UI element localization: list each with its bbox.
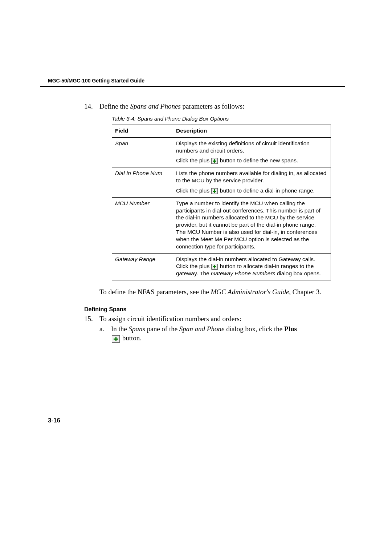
- substep-text: In the Spans pane of the Span and Phone …: [111, 324, 297, 343]
- desc-cell: Type a number to identify the MCU when c…: [173, 197, 331, 253]
- header-rule: [40, 86, 345, 87]
- col-description: Description: [173, 125, 331, 138]
- page-number: 3-16: [48, 417, 60, 424]
- desc-cell: Lists the phone numbers available for di…: [173, 167, 331, 197]
- desc-text: Type a number to identify the MCU when c…: [176, 200, 328, 228]
- post-table-text: To define the NFAS parameters, see the M…: [99, 288, 345, 297]
- subheading-defining-spans: Defining Spans: [84, 306, 345, 313]
- table-row: Gateway Range Displays the dial-in numbe…: [112, 253, 331, 280]
- step-text: To assign circuit identification numbers…: [99, 315, 241, 323]
- col-field: Field: [112, 125, 173, 138]
- plus-icon: [211, 264, 218, 270]
- step-text: Define the Spans and Phones parameters a…: [99, 102, 244, 110]
- text-bold: Plus: [284, 325, 297, 333]
- text-part: , Chapter 3.: [289, 288, 321, 296]
- text-italic: Span and Phone: [179, 325, 225, 333]
- text-part: button.: [121, 334, 142, 342]
- field-cell: Dial In Phone Num: [112, 167, 173, 197]
- text-italic: Spans: [129, 325, 145, 333]
- plus-icon: [112, 335, 120, 343]
- table-caption: Table 3-4: Spans and Phone Dialog Box Op…: [112, 116, 345, 122]
- page-content: 14. Define the Spans and Phones paramete…: [84, 102, 345, 343]
- step-text-before: Define the: [99, 102, 130, 110]
- options-table: Field Description Span Displays the exis…: [112, 125, 331, 280]
- desc-cell: Displays the existing definitions of cir…: [173, 137, 331, 167]
- field-cell: MCU Number: [112, 197, 173, 253]
- text-part: pane of the: [145, 325, 179, 333]
- step-text-after: parameters as follows:: [181, 102, 245, 110]
- table-row: MCU Number Type a number to identify the…: [112, 197, 331, 253]
- desc-text: Displays the existing definitions of cir…: [176, 140, 328, 154]
- desc-part: dialog box opens.: [275, 270, 321, 276]
- plus-icon: [211, 158, 218, 164]
- table-row: Dial In Phone Num Lists the phone number…: [112, 167, 331, 197]
- field-cell: Gateway Range: [112, 253, 173, 280]
- step-15: 15. To assign circuit identification num…: [84, 315, 345, 323]
- text-part: dialog box, click the: [224, 325, 284, 333]
- desc-text: The MCU Number is also used for dial-in,…: [176, 228, 328, 250]
- desc-italic: Gateway Phone Numbers: [211, 270, 275, 276]
- desc-part: Click the plus: [176, 187, 211, 194]
- desc-text: Displays the dial-in numbers allocated t…: [176, 256, 328, 277]
- desc-text: Lists the phone numbers available for di…: [176, 170, 328, 184]
- substep-letter: a.: [99, 324, 111, 343]
- field-cell: Span: [112, 137, 173, 167]
- text-part: In the: [111, 325, 129, 333]
- desc-text: Click the plus button to define a dial-i…: [176, 187, 328, 194]
- plus-icon: [211, 188, 218, 194]
- text-italic: MGC Administrator's Guide: [211, 288, 289, 296]
- desc-part: button to define a dial-in phone range.: [218, 187, 314, 194]
- table-row: Span Displays the existing definitions o…: [112, 137, 331, 167]
- desc-part: button to define the new spans.: [218, 157, 298, 163]
- desc-cell: Displays the dial-in numbers allocated t…: [173, 253, 331, 280]
- desc-text: Click the plus button to define the new …: [176, 157, 328, 164]
- step-14: 14. Define the Spans and Phones paramete…: [84, 102, 345, 110]
- step-15a: a. In the Spans pane of the Span and Pho…: [99, 324, 345, 343]
- page-header-title: MGC-50/MGC-100 Getting Started Guide: [48, 78, 345, 84]
- table-header-row: Field Description: [112, 125, 331, 138]
- step-number: 14.: [84, 102, 99, 110]
- step-number: 15.: [84, 315, 99, 323]
- step-text-italic: Spans and Phones: [130, 102, 180, 110]
- desc-part: Click the plus: [176, 157, 211, 163]
- text-part: To define the NFAS parameters, see the: [99, 288, 211, 296]
